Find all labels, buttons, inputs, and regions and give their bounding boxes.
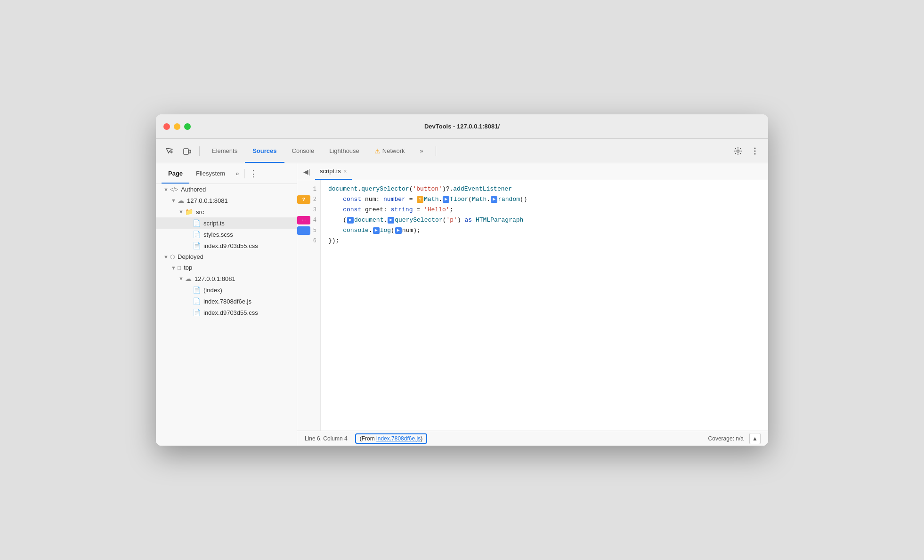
- tree-item-index-css-deployed[interactable]: 📄 index.d9703d55.css: [156, 307, 297, 318]
- tree-label: Authored: [181, 186, 206, 193]
- status-bar: Line 6, Column 4 (From index.7808df6e.js…: [297, 431, 768, 446]
- content-area: Page Filesystem » ⋮ ▼ </> Authored: [156, 163, 768, 446]
- tree-label: src: [196, 208, 204, 216]
- type-icon-arrow: ▶: [443, 196, 449, 203]
- tree-item-index-css-authored[interactable]: 📄 index.d9703d55.css: [156, 240, 297, 251]
- subtab-filesystem[interactable]: Filesystem: [189, 163, 232, 184]
- maximize-button[interactable]: [184, 123, 191, 130]
- tree-arrow: ▼: [163, 254, 170, 260]
- svg-rect-0: [184, 149, 188, 154]
- tab-elements[interactable]: Elements: [204, 139, 245, 163]
- type-icon-question: ?: [417, 196, 423, 203]
- tree-label: script.ts: [203, 220, 225, 227]
- svg-rect-1: [189, 150, 191, 153]
- tab-sources[interactable]: Sources: [245, 139, 284, 163]
- file-icon: 📄: [193, 219, 201, 227]
- tree-item-index[interactable]: 📄 (index): [156, 284, 297, 296]
- tab-lighthouse[interactable]: Lighthouse: [322, 139, 367, 163]
- titlebar: DevTools - 127.0.0.1:8081/: [156, 114, 768, 139]
- tree-item-styles-scss[interactable]: 📄 styles.scss: [156, 229, 297, 240]
- traffic-lights: [163, 123, 191, 130]
- more-menu-button[interactable]: [747, 144, 762, 159]
- tab-more[interactable]: »: [413, 139, 431, 163]
- toolbar-right: [730, 144, 762, 159]
- source-badge: (From index.7808df6e.js): [355, 433, 427, 444]
- tree-arrow: ▼: [171, 198, 178, 203]
- tree-item-script-ts[interactable]: 📄 script.ts: [156, 217, 297, 229]
- minimize-button[interactable]: [174, 123, 180, 130]
- editor-panel: ◀| script.ts × 1 ? 2: [297, 163, 768, 446]
- coverage-button[interactable]: ▲: [749, 433, 761, 444]
- editor-tabs: ◀| script.ts ×: [297, 163, 768, 180]
- file-tree-panel: Page Filesystem » ⋮ ▼ </> Authored: [156, 163, 297, 446]
- editor-tab-script-ts[interactable]: script.ts ×: [315, 163, 352, 180]
- tab-network[interactable]: ⚠ Network: [367, 139, 413, 163]
- cloud-icon: ☁: [178, 197, 184, 204]
- settings-button[interactable]: [730, 144, 746, 159]
- type-icon-arrow-2: ▶: [491, 196, 497, 203]
- device-toolbar-button[interactable]: [179, 144, 195, 159]
- svg-point-4: [754, 150, 756, 152]
- folder-icon: 📁: [185, 208, 193, 216]
- file-icon: 📄: [193, 297, 201, 305]
- tree-arrow: ▼: [163, 187, 170, 192]
- type-icon-arrow-3: ▶: [347, 217, 354, 224]
- svg-point-5: [754, 153, 756, 154]
- window-title: DevTools - 127.0.0.1:8081/: [424, 123, 500, 130]
- coverage-label: Coverage: n/a: [708, 435, 744, 442]
- subtoolbar-sep: [244, 169, 245, 178]
- tree-item-top[interactable]: ▼ □ top: [156, 262, 297, 273]
- tree-label: index.7808df6e.js: [203, 298, 251, 305]
- source-link[interactable]: index.7808df6e.js: [376, 435, 421, 442]
- top-icon: □: [178, 264, 181, 271]
- tree-arrow: ▼: [171, 265, 178, 271]
- subtab-page[interactable]: Page: [162, 163, 189, 184]
- tree-item-authored[interactable]: ▼ </> Authored: [156, 184, 297, 195]
- subtoolbar-menu[interactable]: ⋮: [247, 167, 260, 180]
- close-button[interactable]: [163, 123, 170, 130]
- badge-blue: [297, 226, 310, 235]
- subtab-more[interactable]: »: [232, 170, 243, 177]
- sidebar-toggle-button[interactable]: ◀|: [301, 166, 312, 177]
- line-number-2: ? 2: [297, 194, 320, 205]
- code-line-4: (▶document.▶querySelector('p') as HTMLPa…: [328, 215, 761, 225]
- authored-icon: </>: [170, 186, 178, 193]
- code-editor[interactable]: 1 ? 2 3 ·· 4: [297, 180, 768, 431]
- file-icon: 📄: [193, 309, 201, 316]
- deployed-icon: ⬡: [170, 254, 175, 260]
- line-numbers: 1 ? 2 3 ·· 4: [297, 180, 321, 431]
- code-line-3: const greet: string = 'Hello';: [328, 205, 761, 215]
- code-line-6: });: [328, 236, 761, 246]
- type-icon-arrow-5: ▶: [373, 227, 380, 234]
- tree-label: 127.0.0.1:8081: [195, 275, 235, 282]
- editor-tab-close[interactable]: ×: [344, 168, 347, 175]
- inspect-button[interactable]: [162, 144, 177, 159]
- svg-point-2: [737, 150, 739, 152]
- code-line-5: console.▶log(▶num);: [328, 225, 761, 236]
- file-icon: 📄: [193, 231, 201, 238]
- line-number-4: ·· 4: [297, 215, 320, 225]
- tree-item-deployed[interactable]: ▼ ⬡ Deployed: [156, 251, 297, 262]
- tab-list: Elements Sources Console Lighthouse ⚠ Ne…: [204, 139, 431, 163]
- tree-label: 127.0.0.1:8081: [187, 197, 228, 204]
- tree-item-host-authored[interactable]: ▼ ☁ 127.0.0.1:8081: [156, 195, 297, 206]
- tree-label: index.d9703d55.css: [203, 242, 258, 249]
- line-number-3: 3: [297, 205, 320, 215]
- toolbar-separator: [199, 146, 200, 156]
- warning-icon: ⚠: [374, 147, 381, 155]
- line-number-1: 1: [297, 184, 320, 194]
- badge-question: ?: [297, 195, 310, 204]
- main-toolbar: Elements Sources Console Lighthouse ⚠ Ne…: [156, 139, 768, 163]
- tab-console[interactable]: Console: [284, 139, 322, 163]
- code-content: document.querySelector('button')?.addEve…: [321, 180, 768, 431]
- tree-arrow: ▼: [178, 209, 185, 215]
- svg-point-3: [754, 147, 756, 149]
- cloud-icon: ☁: [185, 275, 192, 282]
- tree-label: styles.scss: [203, 231, 233, 238]
- tree-item-host-deployed[interactable]: ▼ ☁ 127.0.0.1:8081: [156, 273, 297, 284]
- tree-item-src[interactable]: ▼ 📁 src: [156, 206, 297, 217]
- tree-item-index-js[interactable]: 📄 index.7808df6e.js: [156, 296, 297, 307]
- status-right: Coverage: n/a ▲: [708, 433, 761, 444]
- code-line-2: const num: number = ?Math.▶floor(Math.▶r…: [328, 194, 761, 205]
- tree-label: (index): [203, 287, 222, 294]
